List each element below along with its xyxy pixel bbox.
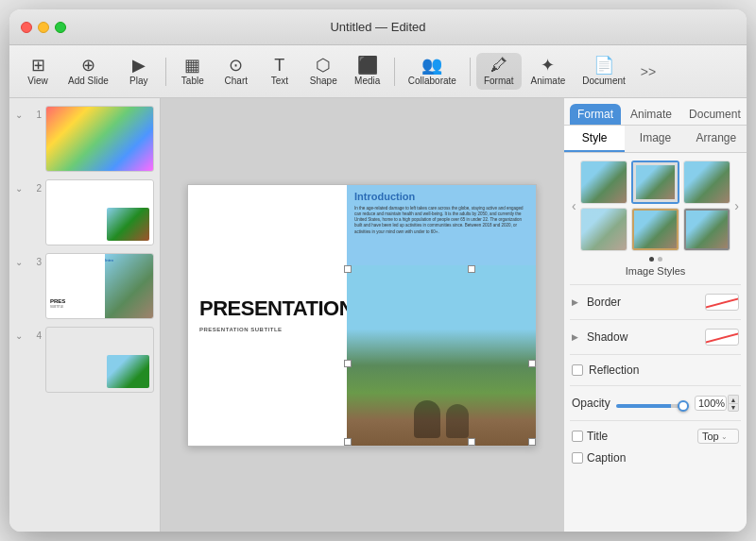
title-position-select[interactable]: Top ⌄ <box>697 429 739 444</box>
selection-handle-ml[interactable] <box>344 360 352 367</box>
toolbar-document[interactable]: 📄 Document <box>575 53 633 90</box>
chart-label: Chart <box>225 76 248 86</box>
caption-checkbox[interactable] <box>572 452 583 464</box>
border-color-swatch[interactable] <box>705 294 739 311</box>
shadow-color-swatch[interactable] <box>705 329 739 346</box>
animate-icon: ✦ <box>541 57 555 74</box>
toolbar-add-slide[interactable]: ⊕ Add Slide <box>60 53 116 90</box>
divider-4 <box>570 385 741 386</box>
slide-panel: ⌄ 1 ⌄ 2 ⌄ 3 PRES SUBTITLE <box>9 98 161 532</box>
toolbar-text[interactable]: T Text <box>259 53 301 90</box>
caption-label: Caption <box>587 451 739 465</box>
minimize-button[interactable] <box>38 22 49 33</box>
toolbar-shape[interactable]: ⬡ Shape <box>302 53 345 90</box>
shadow-swatch-line <box>705 330 739 344</box>
style-next-arrow[interactable]: › <box>732 196 741 215</box>
reflection-checkbox[interactable] <box>572 364 583 376</box>
title-checkbox[interactable] <box>572 431 583 442</box>
table-label: Table <box>181 76 204 86</box>
selection-handle-br[interactable] <box>528 438 536 446</box>
style-thumb-6[interactable] <box>683 208 731 251</box>
play-icon: ▶ <box>132 57 146 74</box>
toolbar-animate[interactable]: ✦ Animate <box>524 53 574 90</box>
slide-canvas: PRESENTATION PRESENTATION SUBTITLE Intro… <box>187 184 537 447</box>
border-expand[interactable]: ▶ <box>572 297 581 307</box>
style-thumb-5[interactable] <box>631 208 679 251</box>
toolbar-format[interactable]: 🖍 Format <box>476 53 522 90</box>
opacity-increment[interactable]: ▲ <box>728 395 739 403</box>
main-area: ⌄ 1 ⌄ 2 ⌄ 3 PRES SUBTITLE <box>9 98 747 532</box>
people-figure <box>414 400 469 438</box>
style-prev-arrow[interactable]: ‹ <box>570 196 578 215</box>
slide-2-num: 2 <box>28 179 42 194</box>
slide-intro-header: Introduction In the age-related damage t… <box>347 185 536 265</box>
chart-icon: ⊙ <box>229 57 243 74</box>
style-thumb-2-img <box>633 162 678 202</box>
tab-image[interactable]: Image <box>625 126 685 152</box>
slide-thumb-1[interactable] <box>45 106 154 172</box>
opacity-row: Opacity 100% ▲ ▼ <box>570 390 741 416</box>
slide-row-2: ⌄ 2 <box>15 179 154 245</box>
slide-thumb-2[interactable] <box>45 179 154 245</box>
toolbar-table[interactable]: ▦ Table <box>172 53 214 90</box>
style-thumb-3[interactable] <box>683 161 731 204</box>
window-title: Untitled — Edited <box>330 20 425 34</box>
style-thumb-4[interactable] <box>580 208 628 251</box>
format-icon: 🖍 <box>490 57 507 74</box>
tab-style[interactable]: Style <box>564 126 625 152</box>
style-thumb-1[interactable] <box>580 161 628 204</box>
opacity-slider[interactable] <box>616 404 689 408</box>
toolbar-media[interactable]: ⬛ Media <box>347 53 388 90</box>
style-grid <box>580 161 731 251</box>
toolbar-chart[interactable]: ⊙ Chart <box>215 53 257 90</box>
slide-4-expand[interactable]: ⌄ <box>15 327 25 341</box>
toolbar-view[interactable]: ⊞ View <box>17 53 59 90</box>
slide-4-num: 4 <box>28 327 42 341</box>
canvas-area: PRESENTATION PRESENTATION SUBTITLE Intro… <box>161 98 563 532</box>
title-position-value: Top <box>702 431 719 442</box>
tab-arrange[interactable]: Arrange <box>686 126 747 152</box>
shape-icon: ⬡ <box>316 57 331 74</box>
border-control <box>705 294 739 311</box>
title-position-arrow: ⌄ <box>721 432 728 441</box>
style-thumb-2[interactable] <box>631 161 679 204</box>
divider-2 <box>570 319 741 320</box>
selection-handle-bl[interactable] <box>344 438 352 446</box>
selection-handle-tc[interactable] <box>468 265 475 273</box>
slide-intro-title: Introduction <box>354 191 528 202</box>
shadow-label: Shadow <box>587 330 699 344</box>
reflection-label: Reflection <box>589 363 739 377</box>
slide-thumb-3[interactable]: PRES SUBTITLE Intro <box>45 253 154 319</box>
panel-content: ‹ <box>564 153 747 532</box>
tab-format[interactable]: Format <box>570 104 621 125</box>
traffic-lights <box>21 22 66 33</box>
selection-handle-mr[interactable] <box>528 360 536 367</box>
tab-document[interactable]: Document <box>681 104 747 125</box>
toolbar-separator-3 <box>470 58 471 86</box>
divider-5 <box>570 420 741 421</box>
shadow-expand[interactable]: ▶ <box>572 332 581 342</box>
tab-animate[interactable]: Animate <box>623 104 679 125</box>
maximize-button[interactable] <box>55 22 66 33</box>
opacity-slider-container <box>616 395 689 412</box>
slide-1-expand[interactable]: ⌄ <box>15 106 25 120</box>
document-label: Document <box>582 76 626 86</box>
slide-subtitle: PRESENTATION SUBTITLE <box>199 327 335 332</box>
slide-image-box[interactable]: Introduction In the age-related damage t… <box>347 185 536 446</box>
style-thumb-3-img <box>684 161 730 203</box>
overflow-button[interactable]: >> <box>635 60 662 83</box>
selection-handle-tl[interactable] <box>344 265 352 273</box>
slide-left-content: PRESENTATION PRESENTATION SUBTITLE <box>188 185 347 446</box>
divider-3 <box>570 354 741 355</box>
opacity-value[interactable]: 100% <box>695 396 727 411</box>
close-button[interactable] <box>21 22 32 33</box>
slide-thumb-4[interactable] <box>45 327 154 393</box>
selection-handle-bc[interactable] <box>468 438 475 446</box>
toolbar-collaborate[interactable]: 👥 Collaborate <box>401 53 464 90</box>
slide-4-img <box>107 355 149 388</box>
slide-3-expand[interactable]: ⌄ <box>15 253 25 267</box>
opacity-decrement[interactable]: ▼ <box>728 403 739 412</box>
toolbar-play[interactable]: ▶ Play <box>118 53 160 90</box>
style-dots <box>570 257 741 262</box>
slide-2-expand[interactable]: ⌄ <box>15 179 25 194</box>
